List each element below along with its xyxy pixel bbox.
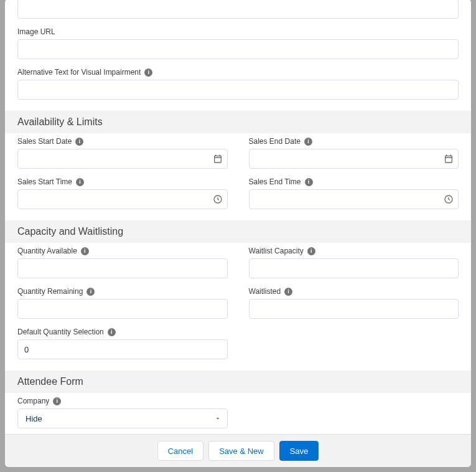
sales-end-date-label: Sales End Date — [249, 137, 301, 146]
sales-end-date-input[interactable] — [249, 149, 459, 169]
sales-start-time-input[interactable] — [17, 189, 228, 209]
info-icon: i — [75, 138, 83, 146]
save-button[interactable]: Save — [279, 441, 319, 461]
waitlisted-label: Waitlisted — [249, 287, 281, 296]
unlabeled-top-input[interactable] — [17, 0, 459, 19]
modal-body: Image URL Alternative Text for Visual Im… — [5, 0, 471, 467]
modal-footer: Cancel Save & New Save — [5, 434, 471, 467]
info-icon: i — [108, 328, 116, 336]
sales-start-date-input[interactable] — [17, 149, 228, 169]
info-icon: i — [81, 247, 89, 255]
sales-end-time-label: Sales End Time — [249, 177, 301, 186]
save-and-new-button[interactable]: Save & New — [208, 441, 274, 461]
qty-available-label: Quantity Available — [17, 247, 77, 255]
default-qty-input[interactable] — [17, 339, 228, 359]
qty-remaining-label: Quantity Remaining — [17, 287, 83, 296]
qty-available-input[interactable] — [17, 258, 228, 278]
qty-remaining-input[interactable] — [17, 299, 228, 319]
waitlist-capacity-input[interactable] — [249, 258, 459, 278]
sales-start-date-label: Sales Start Date — [17, 137, 72, 146]
section-availability: Availability & Limits — [5, 111, 471, 133]
info-icon: i — [86, 288, 95, 296]
company-label: Company — [17, 397, 49, 405]
info-icon: i — [305, 178, 313, 186]
info-icon: i — [284, 288, 292, 296]
section-capacity: Capacity and Waitlisting — [5, 220, 471, 243]
alt-text-label: Alternative Text for Visual Impairment — [17, 68, 141, 77]
info-icon: i — [53, 397, 61, 405]
info-icon: i — [304, 138, 312, 146]
waitlisted-input[interactable] — [249, 299, 459, 319]
image-url-label: Image URL — [17, 27, 55, 36]
info-icon: i — [307, 247, 315, 255]
section-attendee: Attendee Form — [5, 371, 471, 393]
modal-dialog: Image URL Alternative Text for Visual Im… — [5, 0, 471, 467]
default-qty-label: Default Quantity Selection — [17, 328, 104, 336]
info-icon: i — [76, 178, 84, 186]
cancel-button[interactable]: Cancel — [157, 441, 203, 461]
company-select[interactable]: Hide — [17, 408, 228, 428]
image-url-input[interactable] — [17, 39, 459, 59]
alt-text-input[interactable] — [17, 80, 459, 100]
info-icon: i — [144, 68, 152, 77]
sales-start-time-label: Sales Start Time — [17, 177, 72, 186]
sales-end-time-input[interactable] — [249, 189, 459, 209]
waitlist-capacity-label: Waitlist Capacity — [249, 247, 304, 255]
